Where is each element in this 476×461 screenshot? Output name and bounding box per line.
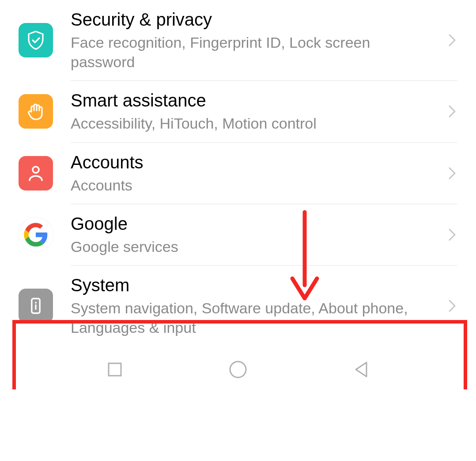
settings-item-subtitle: Accessibility, HiTouch, Motion control [71,114,429,133]
settings-item-subtitle: Google services [71,237,429,256]
chevron-right-icon [447,103,457,120]
settings-item-title: Smart assistance [71,90,429,111]
shield-check-icon [19,23,53,57]
hand-icon [19,94,53,129]
settings-item-text: System System navigation, Software updat… [53,274,447,337]
nav-back-button[interactable] [349,357,374,382]
settings-item-subtitle: Face recognition, Fingerprint ID, Lock s… [71,33,429,72]
svg-rect-5 [109,363,121,376]
person-icon [19,156,53,190]
settings-item-subtitle: System navigation, Software update, Abou… [71,298,429,337]
settings-item-google[interactable]: Google Google services [0,204,476,265]
chevron-right-icon [447,297,457,315]
settings-item-text: Accounts Accounts [53,152,447,195]
google-icon [19,217,53,252]
navigation-bar [0,350,476,389]
settings-item-title: Accounts [71,152,429,173]
chevron-right-icon [447,164,457,182]
settings-item-subtitle: Accounts [71,175,429,195]
phone-info-icon [19,289,53,323]
settings-item-smart-assistance[interactable]: Smart assistance Accessibility, HiTouch,… [0,81,476,142]
settings-item-text: Google Google services [53,213,447,256]
svg-point-0 [33,167,39,173]
settings-list: Security & privacy Face recognition, Fin… [0,0,476,350]
chevron-right-icon [447,226,457,244]
settings-item-title: System [71,274,429,296]
chevron-right-icon [447,31,457,49]
settings-item-title: Google [71,213,429,234]
nav-recent-button[interactable] [102,357,127,382]
nav-home-button[interactable] [226,357,250,382]
settings-item-system[interactable]: System System navigation, Software updat… [0,266,476,350]
settings-item-text: Smart assistance Accessibility, HiTouch,… [53,90,447,133]
settings-item-security[interactable]: Security & privacy Face recognition, Fin… [0,0,476,80]
settings-item-title: Security & privacy [71,9,429,30]
settings-item-text: Security & privacy Face recognition, Fin… [53,9,447,72]
settings-item-accounts[interactable]: Accounts Accounts [0,143,476,204]
svg-point-6 [230,362,246,377]
